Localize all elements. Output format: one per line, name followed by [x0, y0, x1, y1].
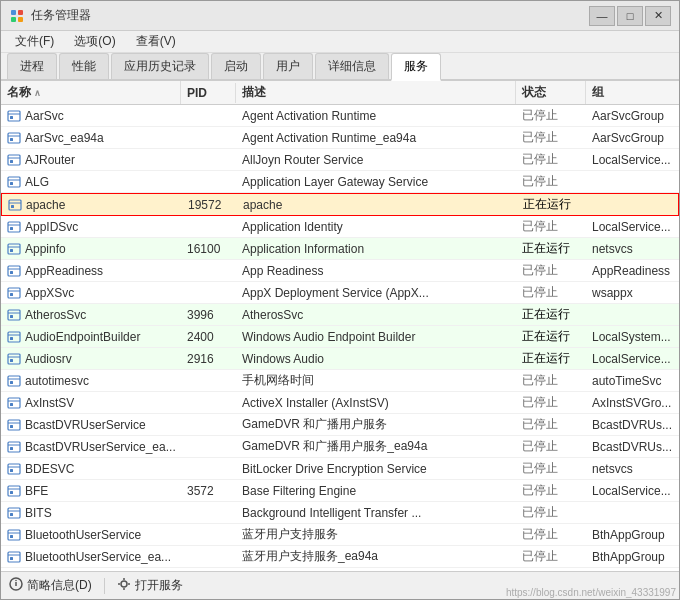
cell-status: 已停止	[516, 105, 586, 126]
cell-status: 已停止	[516, 216, 586, 237]
table-row[interactable]: BFE 3572 Base Filtering Engine 已停止 Local…	[1, 480, 679, 502]
open-services-label: 打开服务	[135, 577, 183, 594]
tab-performance[interactable]: 性能	[59, 53, 109, 79]
service-icon	[7, 264, 21, 278]
tab-details[interactable]: 详细信息	[315, 53, 389, 79]
table-row[interactable]: BcastDVRUserService_ea... GameDVR 和广播用户服…	[1, 436, 679, 458]
cell-group	[586, 313, 679, 317]
tab-users[interactable]: 用户	[263, 53, 313, 79]
table-row[interactable]: AtherosSvc 3996 AtherosSvc 正在运行	[1, 304, 679, 326]
table-row[interactable]: BluetoothUserService 蓝牙用户支持服务 已停止 BthApp…	[1, 524, 679, 546]
col-header-desc[interactable]: 描述	[236, 81, 516, 104]
table-row[interactable]: AppReadiness App Readiness 已停止 AppReadin…	[1, 260, 679, 282]
col-header-status[interactable]: 状态	[516, 81, 586, 104]
brief-info-link[interactable]: 简略信息(D)	[9, 577, 92, 594]
table-body[interactable]: AarSvc Agent Activation Runtime 已停止 AarS…	[1, 105, 679, 571]
cell-desc: GameDVR 和广播用户服务	[236, 414, 516, 435]
table-row[interactable]: AarSvc_ea94a Agent Activation Runtime_ea…	[1, 127, 679, 149]
maximize-button[interactable]: □	[617, 6, 643, 26]
col-header-pid[interactable]: PID	[181, 83, 236, 103]
cell-name: apache	[2, 196, 182, 214]
cell-pid: 3572	[181, 482, 236, 500]
table-row[interactable]: BDESVC BitLocker Drive Encryption Servic…	[1, 458, 679, 480]
table-row[interactable]: AarSvc Agent Activation Runtime 已停止 AarS…	[1, 105, 679, 127]
cell-group: netsvcs	[586, 460, 679, 478]
service-icon	[7, 109, 21, 123]
cell-desc: Agent Activation Runtime	[236, 107, 516, 125]
table-row[interactable]: BcastDVRUserService GameDVR 和广播用户服务 已停止 …	[1, 414, 679, 436]
cell-pid	[181, 467, 236, 471]
cell-pid	[181, 379, 236, 383]
menu-view[interactable]: 查看(V)	[128, 31, 184, 52]
svg-rect-57	[10, 491, 13, 494]
col-header-group[interactable]: 组	[586, 81, 679, 104]
table-row[interactable]: autotimesvc 手机网络时间 已停止 autoTimeSvc	[1, 370, 679, 392]
table-row[interactable]: Audiosrv 2916 Windows Audio 正在运行 LocalSe…	[1, 348, 679, 370]
cell-status: 已停止	[516, 414, 586, 435]
service-icon	[7, 352, 21, 366]
cell-group: LocalService...	[586, 350, 679, 368]
cell-pid	[181, 511, 236, 515]
svg-point-69	[15, 580, 17, 582]
svg-rect-39	[10, 359, 13, 362]
tab-process[interactable]: 进程	[7, 53, 57, 79]
cell-name: BluetoothUserService_ea...	[1, 548, 181, 566]
svg-rect-12	[10, 160, 13, 163]
window-controls: — □ ✕	[589, 6, 671, 26]
table-row[interactable]: AppIDSvc Application Identity 已停止 LocalS…	[1, 216, 679, 238]
svg-point-70	[121, 581, 127, 587]
svg-rect-2	[11, 17, 16, 22]
cell-group: LocalService...	[586, 218, 679, 236]
cell-pid	[181, 423, 236, 427]
svg-rect-15	[10, 182, 13, 185]
svg-rect-66	[10, 557, 13, 560]
cell-name: BFE	[1, 482, 181, 500]
table-row[interactable]: Appinfo 16100 Application Information 正在…	[1, 238, 679, 260]
cell-desc: ActiveX Installer (AxInstSV)	[236, 394, 516, 412]
service-icon	[7, 440, 21, 454]
cell-desc: Application Information	[236, 240, 516, 258]
close-button[interactable]: ✕	[645, 6, 671, 26]
tab-app-history[interactable]: 应用历史记录	[111, 53, 209, 79]
cell-name: AppXSvc	[1, 284, 181, 302]
cell-name: BcastDVRUserService_ea...	[1, 438, 181, 456]
cell-name: BITS	[1, 504, 181, 522]
table-row[interactable]: apache 19572 apache 正在运行	[1, 193, 679, 216]
cell-status: 已停止	[516, 436, 586, 457]
cell-group: AarSvcGroup	[586, 107, 679, 125]
svg-rect-49	[8, 442, 20, 452]
col-header-name[interactable]: 名称 ∧	[1, 81, 181, 104]
svg-rect-21	[10, 227, 13, 230]
tab-startup[interactable]: 启动	[211, 53, 261, 79]
table-row[interactable]: AxInstSV ActiveX Installer (AxInstSV) 已停…	[1, 392, 679, 414]
svg-rect-22	[8, 244, 20, 254]
col-desc-label: 描述	[242, 84, 266, 101]
table-row[interactable]: BluetoothUserService_ea... 蓝牙用户支持服务_ea94…	[1, 546, 679, 568]
title-bar: 任务管理器 — □ ✕	[1, 1, 679, 31]
table-row[interactable]: AppXSvc AppX Deployment Service (AppX...…	[1, 282, 679, 304]
cell-group: wsappx	[586, 284, 679, 302]
open-services-link[interactable]: 打开服务	[117, 577, 183, 594]
service-icon	[7, 550, 21, 564]
service-icon	[8, 198, 22, 212]
menu-options[interactable]: 选项(O)	[66, 31, 123, 52]
svg-rect-13	[8, 177, 20, 187]
svg-rect-28	[8, 288, 20, 298]
minimize-button[interactable]: —	[589, 6, 615, 26]
cell-pid	[181, 225, 236, 229]
tab-services[interactable]: 服务	[391, 53, 441, 81]
service-icon	[7, 506, 21, 520]
cell-name: autotimesvc	[1, 372, 181, 390]
cell-pid	[181, 136, 236, 140]
table-row[interactable]: AJRouter AllJoyn Router Service 已停止 Loca…	[1, 149, 679, 171]
cell-desc: Agent Activation Runtime_ea94a	[236, 129, 516, 147]
table-row[interactable]: ALG Application Layer Gateway Service 已停…	[1, 171, 679, 193]
app-icon	[9, 8, 25, 24]
cell-status: 正在运行	[516, 326, 586, 347]
cell-status: 正在运行	[516, 348, 586, 369]
svg-rect-1	[18, 10, 23, 15]
table-row[interactable]: AudioEndpointBuilder 2400 Windows Audio …	[1, 326, 679, 348]
svg-rect-52	[8, 464, 20, 474]
table-row[interactable]: BITS Background Intelligent Transfer ...…	[1, 502, 679, 524]
menu-file[interactable]: 文件(F)	[7, 31, 62, 52]
